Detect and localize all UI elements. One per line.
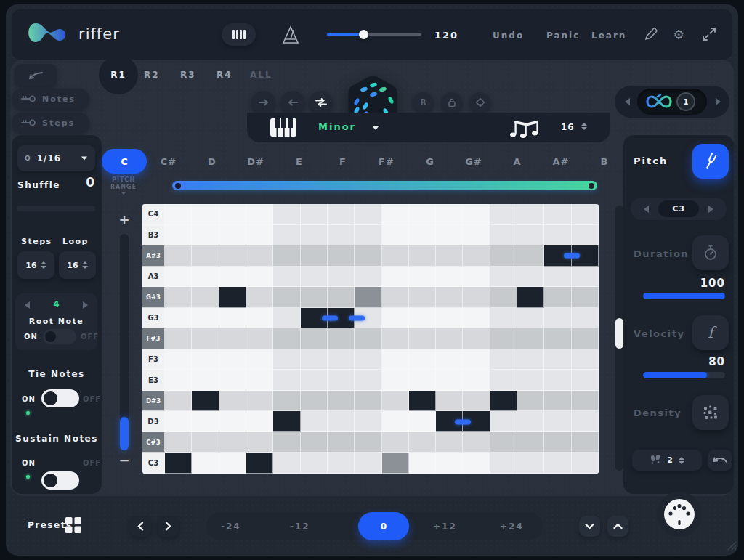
note-key-fs[interactable]: F# [365, 147, 408, 175]
grid-note-cell[interactable] [517, 287, 544, 308]
undo-button[interactable]: Undo [493, 31, 524, 41]
grid-cell[interactable] [572, 328, 599, 349]
grid-cell[interactable] [382, 245, 409, 267]
back-button[interactable] [15, 64, 57, 86]
octave-up-button[interactable] [607, 516, 628, 537]
note-key-cs[interactable]: C# [147, 147, 190, 175]
transpose-plus24-button[interactable]: +24 [500, 522, 524, 532]
grid-note-cell[interactable] [246, 453, 273, 474]
chevron-down-icon[interactable] [121, 192, 126, 195]
shift-right-button[interactable] [251, 90, 275, 114]
grid-cell[interactable] [409, 308, 436, 329]
edit-button[interactable] [642, 25, 661, 44]
grid-cell[interactable] [517, 204, 544, 225]
grid-cell[interactable] [219, 245, 246, 267]
grid-cell[interactable] [355, 225, 381, 246]
grid-cell[interactable] [572, 453, 599, 474]
root-next-button[interactable] [83, 301, 88, 309]
grid-cell[interactable] [192, 411, 219, 432]
grid-cell[interactable] [273, 391, 300, 412]
grid-cell[interactable] [382, 453, 409, 474]
transpose-minus24-button[interactable]: -24 [221, 522, 241, 532]
grid-cell[interactable] [165, 349, 192, 370]
tempo-slider[interactable] [327, 28, 421, 41]
grid-cell[interactable] [436, 204, 463, 225]
grid-cell[interactable] [273, 308, 300, 329]
grid-cell[interactable] [219, 391, 246, 412]
grid-cell[interactable] [165, 328, 192, 349]
duration-bar[interactable] [643, 293, 725, 299]
preset-prev-button[interactable] [130, 516, 151, 537]
grid-cell[interactable] [463, 245, 490, 267]
grid-cell[interactable] [382, 308, 409, 329]
division-stepper[interactable] [581, 123, 587, 130]
grid-cell[interactable] [355, 204, 381, 225]
pitch-zoom-in-button[interactable]: + [118, 212, 131, 227]
note-key-as[interactable]: A# [539, 147, 583, 175]
loop-stepper[interactable]: 16 [59, 251, 96, 279]
octave-down-button[interactable] [579, 516, 600, 537]
grid-cell[interactable] [273, 432, 300, 453]
grid-cell[interactable] [219, 204, 246, 225]
grid-cell[interactable] [246, 391, 273, 412]
grid-cell[interactable] [463, 370, 490, 391]
note-key-b[interactable]: B [583, 147, 626, 175]
grid-cell[interactable] [517, 349, 544, 370]
grid-cell[interactable] [192, 370, 219, 391]
grid-cell[interactable] [273, 370, 300, 391]
midi-button[interactable] [664, 499, 695, 529]
pitch-range-bar[interactable] [172, 181, 597, 190]
transpose-plus12-button[interactable]: +12 [433, 522, 457, 532]
grid-note-cell[interactable] [490, 391, 517, 412]
grid-cell[interactable] [246, 328, 273, 349]
grid-cell[interactable] [572, 432, 599, 453]
auto-randomize-button[interactable]: R [413, 92, 434, 113]
grid-cell[interactable] [273, 349, 300, 370]
grid-cell[interactable] [517, 328, 544, 349]
grid-cell[interactable] [436, 453, 463, 474]
grid-cell[interactable] [544, 267, 571, 288]
grid-cell[interactable] [544, 432, 571, 453]
grid-cell[interactable] [165, 432, 192, 453]
duration-tool-button[interactable] [692, 235, 729, 270]
grid-cell[interactable] [490, 204, 517, 225]
grid-cell[interactable] [517, 453, 544, 474]
grid-cell[interactable] [409, 411, 436, 432]
grid-cell[interactable] [355, 370, 381, 391]
pitch-note-next-button[interactable] [708, 206, 713, 213]
note-key-gs[interactable]: G# [452, 147, 496, 175]
grid-cell[interactable] [544, 328, 571, 349]
grid-cell[interactable] [301, 453, 328, 474]
grid-cell[interactable] [219, 453, 246, 474]
steps-stepper[interactable]: 16 [17, 251, 54, 279]
grid-cell[interactable] [490, 267, 517, 288]
scale-select[interactable]: Minor [318, 121, 356, 132]
note-key-d[interactable]: D [190, 147, 234, 175]
grid-cell[interactable] [382, 411, 409, 432]
grid-cell[interactable] [463, 225, 490, 246]
grid-cell[interactable] [544, 370, 571, 391]
grid-cell[interactable] [355, 245, 381, 267]
grid-cell[interactable] [328, 287, 355, 308]
grid-cell[interactable] [301, 225, 328, 246]
grid-cell[interactable] [409, 267, 436, 288]
grid-cell[interactable] [165, 225, 192, 246]
learn-button[interactable]: Learn [591, 31, 626, 41]
transpose-zero-button[interactable]: 0 [358, 512, 409, 540]
grid-cell[interactable] [192, 225, 219, 246]
grid-cell[interactable] [490, 225, 517, 246]
grid-note-cell[interactable] [219, 287, 246, 308]
grid-cell[interactable] [490, 349, 517, 370]
note-tie-marker[interactable] [564, 253, 580, 259]
grid-cell[interactable] [544, 287, 571, 308]
grid-cell[interactable] [273, 245, 300, 267]
note-tie-marker[interactable] [349, 315, 365, 320]
grid-cell[interactable] [572, 411, 599, 432]
tempo-slider-knob[interactable] [359, 30, 368, 39]
grid-cell[interactable] [544, 225, 571, 246]
grid-cell[interactable] [165, 204, 192, 225]
grid-cell[interactable] [572, 287, 599, 308]
grid-cell[interactable] [409, 328, 436, 349]
pitch-range-bar-right-handle[interactable] [589, 183, 594, 189]
grid-cell[interactable] [409, 432, 436, 453]
